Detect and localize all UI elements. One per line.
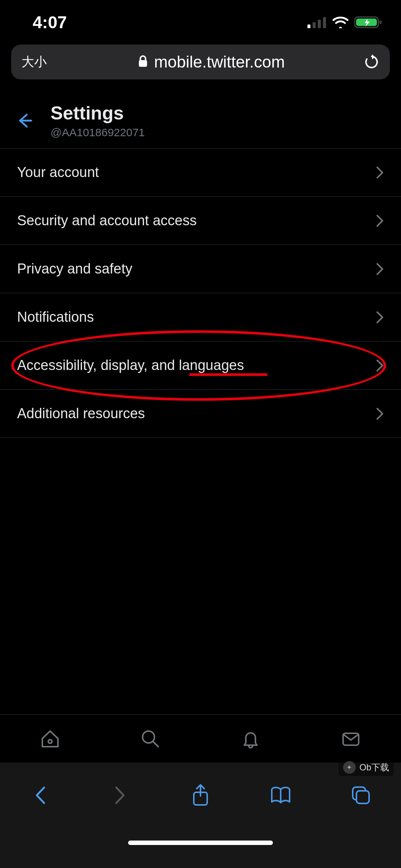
toolbar-tabs[interactable] (321, 785, 401, 807)
url-text: mobile.twitter.com (154, 53, 285, 71)
twitter-settings-page: Settings @AA10186922071 Your account Sec… (0, 93, 401, 438)
settings-row-accessibility[interactable]: Accessibility, display, and languages (0, 341, 401, 390)
chevron-right-icon (376, 166, 384, 179)
status-time: 4:07 (33, 12, 67, 32)
url-display[interactable]: mobile.twitter.com (138, 53, 285, 71)
svg-line-10 (153, 741, 158, 747)
settings-header: Settings @AA10186922071 (0, 93, 401, 148)
settings-row-label: Notifications (17, 309, 94, 325)
tabs-icon (351, 785, 371, 807)
watermark: ✦ Ob下载 (339, 759, 394, 776)
settings-row-notifications[interactable]: Notifications (0, 293, 401, 341)
chevron-right-icon (376, 407, 384, 420)
toolbar-forward[interactable] (80, 785, 160, 808)
settings-list: Your account Security and account access… (0, 148, 401, 438)
chevron-left-icon (33, 785, 47, 808)
settings-row-additional[interactable]: Additional resources (0, 390, 401, 438)
wifi-icon (332, 16, 349, 28)
page-title: Settings (50, 102, 145, 124)
chevron-right-icon (376, 262, 384, 276)
svg-rect-1 (313, 22, 316, 28)
settings-row-label: Security and account access (17, 213, 197, 229)
reader-mode-button[interactable]: 大小 (22, 53, 59, 71)
reload-button[interactable] (364, 54, 379, 70)
nav-search[interactable] (100, 728, 200, 750)
svg-rect-7 (139, 60, 147, 67)
status-bar: 4:07 (0, 0, 401, 45)
nav-notifications[interactable] (200, 728, 301, 750)
settings-row-privacy[interactable]: Privacy and safety (0, 245, 401, 293)
bell-icon (240, 728, 261, 750)
nav-messages[interactable] (301, 728, 401, 750)
nav-home[interactable] (0, 728, 100, 750)
safari-url-bar: 大小 mobile.twitter.com (0, 45, 401, 93)
svg-point-8 (48, 740, 52, 743)
chevron-right-icon (376, 214, 384, 227)
svg-rect-6 (379, 20, 382, 24)
svg-rect-0 (307, 24, 310, 28)
home-indicator[interactable] (128, 841, 273, 845)
settings-row-security[interactable]: Security and account access (0, 197, 401, 245)
settings-row-label: Accessibility, display, and languages (17, 357, 244, 373)
safari-bottom-toolbar (0, 763, 401, 868)
status-indicators (307, 16, 383, 29)
back-button[interactable] (10, 112, 39, 130)
toolbar-share[interactable] (160, 783, 241, 809)
url-pill[interactable]: 大小 mobile.twitter.com (11, 45, 390, 79)
svg-rect-2 (318, 20, 321, 28)
annotation-underline (189, 373, 267, 376)
chevron-right-icon (376, 311, 384, 324)
settings-row-label: Privacy and safety (17, 261, 132, 277)
username-subtitle: @AA10186922071 (50, 126, 145, 139)
search-icon (140, 728, 161, 750)
battery-charging-icon (354, 16, 383, 29)
lock-icon (138, 55, 148, 69)
chevron-right-icon (113, 785, 127, 808)
book-icon (269, 786, 293, 806)
wechat-icon: ✦ (343, 761, 356, 774)
mail-icon (340, 728, 362, 750)
settings-row-your-account[interactable]: Your account (0, 148, 401, 197)
share-icon (191, 783, 210, 809)
chevron-right-icon (376, 359, 384, 372)
svg-rect-3 (323, 17, 326, 28)
settings-row-label: Additional resources (17, 406, 145, 422)
toolbar-bookmarks[interactable] (241, 786, 321, 806)
svg-rect-15 (356, 791, 369, 803)
home-icon (39, 728, 61, 750)
toolbar-back[interactable] (0, 785, 80, 808)
cellular-signal-icon (307, 16, 327, 28)
settings-row-label: Your account (17, 164, 99, 180)
watermark-text: Ob下载 (359, 761, 389, 773)
twitter-bottom-nav (0, 714, 401, 763)
